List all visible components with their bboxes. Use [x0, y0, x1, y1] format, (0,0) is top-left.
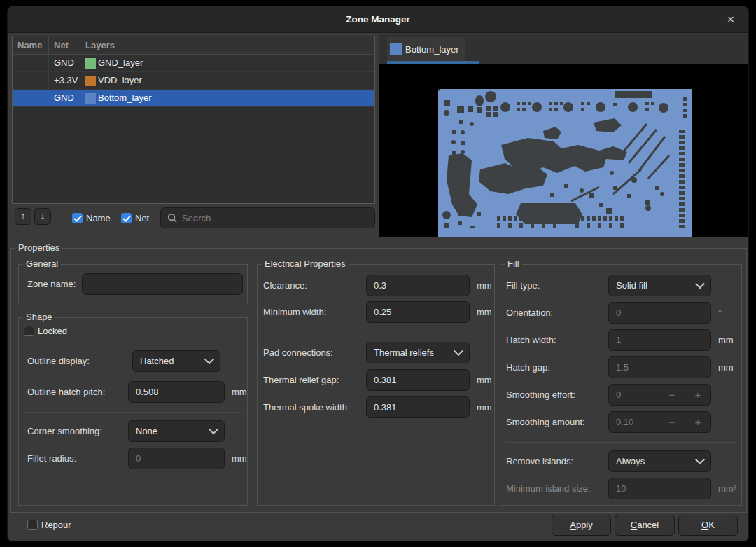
arrow-up-icon: ↑: [21, 210, 26, 221]
outline-display-dropdown[interactable]: Hatched: [132, 350, 220, 372]
cell-net: GND: [49, 55, 80, 71]
hatch-width-input: 1: [608, 329, 711, 351]
layer-name: Bottom_layer: [98, 90, 152, 106]
locked-checkbox[interactable]: Locked: [24, 326, 67, 336]
cell-layers: GND_layer: [80, 55, 374, 71]
layer-swatch: [390, 43, 402, 55]
hatch-width-row: Hatch width: 1 mm: [506, 329, 738, 352]
layer-name: GND_layer: [98, 55, 143, 71]
chevron-down-icon: [695, 279, 705, 289]
minimum-island-size-value: 10: [616, 483, 626, 494]
search-input[interactable]: Search: [160, 207, 375, 228]
fill-type-dropdown[interactable]: Solid fill: [608, 275, 711, 296]
column-header-layers: Layers: [80, 36, 374, 54]
hatch-gap-row: Hatch gap: 1.5 mm: [506, 356, 738, 379]
apply-button[interactable]: Apply: [552, 515, 611, 536]
table-row[interactable]: GND GND_layer: [13, 55, 374, 72]
zone-name-input[interactable]: [82, 273, 243, 295]
dialog-title: Zone Manager: [8, 6, 748, 32]
fill-group-label: Fill: [505, 258, 522, 269]
orientation-row: Orientation: 0 °: [506, 302, 738, 324]
plus-icon: +: [685, 412, 710, 432]
titlebar: Zone Manager ×: [8, 6, 748, 33]
electrical-group: Electrical Properties Clearance: 0.3 mm …: [257, 264, 495, 506]
thermal-relief-gap-input[interactable]: 0.381: [366, 369, 470, 391]
layer-name: VDD_layer: [98, 72, 142, 89]
ok-button[interactable]: OK: [678, 515, 738, 536]
arrow-down-icon: ↓: [41, 210, 46, 221]
fillet-radius-label: Fillet radius:: [27, 448, 76, 470]
outline-display-label: Outline display:: [27, 350, 90, 373]
pad-connections-label: Pad connections:: [263, 342, 333, 364]
minimum-width-unit: mm: [477, 301, 492, 324]
divider: [24, 412, 241, 413]
cell-name: [13, 55, 49, 71]
smoothing-effort-row: Smoothing effort: 0 − +: [506, 384, 738, 406]
hatch-gap-label: Hatch gap:: [506, 356, 550, 379]
cell-layers: VDD_layer: [80, 72, 374, 89]
minimum-width-row: Minimum width: 0.25 mm: [263, 301, 491, 324]
clearance-value: 0.3: [374, 280, 386, 291]
table-row[interactable]: +3.3V VDD_layer: [13, 72, 374, 90]
screen: Zone Manager × Name Net Layers GND GND_l…: [0, 0, 756, 547]
smoothing-amount-label: Smoothing amount:: [506, 411, 585, 434]
repour-checkbox[interactable]: Repour: [27, 520, 71, 530]
properties-group: Properties General Zone name: Shape Lock…: [10, 248, 747, 513]
thermal-relief-gap-label: Thermal relief gap:: [263, 369, 339, 392]
column-header-name: Name: [13, 36, 49, 54]
smoothing-amount-row: Smoothing amount: 0.10 − +: [506, 411, 738, 434]
clearance-row: Clearance: 0.3 mm: [263, 275, 491, 297]
thermal-spoke-width-unit: mm: [477, 396, 492, 419]
chevron-down-icon: [209, 424, 218, 434]
filter-name-label: Name: [86, 213, 111, 223]
corner-smoothing-value: None: [136, 426, 158, 436]
tab-bottom-layer[interactable]: Bottom_layer: [387, 37, 465, 61]
fillet-radius-value: 0: [136, 453, 141, 464]
plus-icon: +: [685, 385, 710, 405]
preview-tabbar: Bottom_layer: [379, 34, 748, 64]
smoothing-effort-label: Smoothing effort:: [506, 384, 575, 406]
fillet-radius-row: Fillet radius: 0 mm: [27, 448, 244, 470]
zone-list-table: Name Net Layers GND GND_layer +3.3V VDD_…: [12, 36, 375, 204]
minus-icon: −: [659, 412, 685, 432]
fill-type-value: Solid fill: [616, 280, 648, 291]
shape-group-label: Shape: [23, 312, 55, 322]
minimum-width-input[interactable]: 0.25: [366, 301, 470, 323]
divider: [263, 333, 489, 333]
remove-islands-dropdown[interactable]: Always: [608, 450, 711, 472]
pad-connections-dropdown[interactable]: Thermal reliefs: [366, 342, 470, 363]
close-icon[interactable]: ×: [723, 12, 738, 27]
clearance-input[interactable]: 0.3: [366, 275, 470, 296]
outline-hatch-pitch-input[interactable]: 0.508: [128, 381, 225, 403]
table-row-selected[interactable]: GND Bottom_layer: [13, 90, 374, 107]
layer-preview-canvas: [379, 64, 748, 237]
clearance-label: Clearance:: [263, 275, 307, 297]
filter-name-checkbox[interactable]: Name: [72, 213, 111, 223]
thermal-spoke-width-row: Thermal spoke width: 0.381 mm: [263, 396, 491, 419]
filter-net-label: Net: [135, 213, 149, 223]
corner-smoothing-label: Corner smoothing:: [27, 420, 102, 443]
minus-icon: −: [659, 385, 685, 405]
corner-smoothing-row: Corner smoothing: None: [27, 420, 244, 443]
zone-name-label: Zone name:: [27, 273, 76, 296]
thermal-spoke-width-input[interactable]: 0.381: [366, 396, 470, 418]
filter-net-checkbox[interactable]: Net: [121, 213, 149, 223]
hatch-gap-unit: mm: [718, 356, 734, 379]
minimum-island-size-row: Minimum island size: 10 mm²: [506, 478, 738, 500]
smoothing-amount-value: 0.10: [609, 417, 659, 427]
cancel-button[interactable]: Cancel: [615, 515, 675, 536]
column-header-net: Net: [49, 36, 80, 54]
fill-group: Fill Fill type: Solid fill Orientation: …: [500, 264, 742, 506]
chevron-down-icon: [454, 346, 463, 356]
remove-islands-row: Remove islands: Always: [506, 450, 738, 473]
fillet-radius-input: 0: [128, 448, 225, 469]
move-down-button[interactable]: ↓: [34, 208, 51, 225]
corner-smoothing-dropdown[interactable]: None: [128, 420, 225, 442]
search-icon: [167, 213, 177, 223]
tab-label: Bottom_layer: [405, 44, 459, 55]
layer-swatch: [85, 93, 96, 104]
move-up-button[interactable]: ↑: [15, 208, 31, 225]
checkbox-unchecked-icon: [24, 326, 34, 336]
thermal-spoke-width-label: Thermal spoke width:: [263, 396, 350, 419]
general-group: General Zone name:: [18, 264, 248, 303]
